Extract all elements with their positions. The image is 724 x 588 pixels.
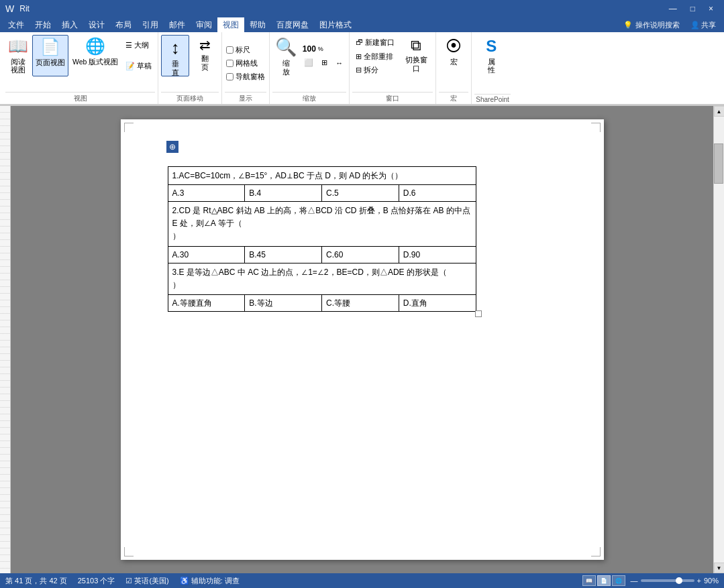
read-view-icon: 📖 [8, 37, 28, 56]
arrange-all-btn[interactable]: ⊞ 全部重排 [352, 50, 398, 63]
ribbon-group-macro: ⦿ 宏 宏 [436, 32, 472, 104]
menu-bar: 文件 开始 插入 设计 布局 引用 邮件 审阅 视图 帮助 百度网盘 图片格式 … [0, 17, 724, 32]
status-bar: 第 41 页，共 42 页 25103 个字 ☑ 英语(美国) ♿ 辅助功能: … [0, 573, 724, 588]
table-move-handle[interactable]: ⊕ [166, 141, 178, 153]
zoom-btn[interactable]: 🔍 缩放 [272, 35, 299, 76]
one-page-btn[interactable]: ⬜ [301, 56, 317, 69]
read-view-btn[interactable]: 📖 阅读视图 [5, 35, 31, 76]
menu-design[interactable]: 设计 [83, 17, 110, 32]
option-2c: C.60 [322, 246, 399, 263]
web-layout-status-btn[interactable]: 🌐 [612, 575, 625, 586]
outline-icon: ☰ [125, 41, 132, 50]
option-1b: B.4 [245, 185, 322, 202]
share-btn[interactable]: 👤 共享 [685, 20, 721, 30]
check-icon: ☑ [125, 577, 132, 585]
title-bar: W Rit — □ × [0, 0, 724, 17]
vertical-icon: ↕ [171, 38, 180, 58]
split-btn[interactable]: ⊟ 拆分 [352, 64, 398, 76]
search-box[interactable]: 💡 操作说明搜索 [618, 20, 685, 30]
zoom-track[interactable] [641, 579, 694, 582]
menu-file[interactable]: 文件 [3, 17, 30, 32]
maximize-btn[interactable]: □ [685, 4, 701, 13]
table-resize-handle[interactable] [475, 310, 482, 317]
question-2: 2.CD 是 Rt△ABC 斜边 AB 上的高，将△BCD 沿 CD 折叠，B … [168, 202, 476, 247]
menu-mailings[interactable]: 邮件 [164, 17, 191, 32]
ribbon-group-page-move: ↕ 垂直 ⇄ 翻页 页面移动 [158, 32, 222, 104]
word-count: 25103 个字 [78, 576, 115, 586]
page-corner-tr [591, 123, 601, 132]
scroll-track[interactable] [714, 117, 724, 563]
menu-review[interactable]: 审阅 [191, 17, 217, 32]
page-width-icon: ↔ [335, 59, 343, 67]
switch-window-btn[interactable]: ⧉ 切换窗口 [399, 35, 433, 76]
menu-home[interactable]: 开始 [30, 17, 56, 32]
scroll-thumb[interactable] [714, 143, 723, 184]
macro-label: 宏 [439, 92, 468, 104]
menu-insert[interactable]: 插入 [56, 17, 83, 32]
web-view-btn[interactable]: 🌐 Web 版式视图 [70, 35, 121, 76]
nav-checkbox[interactable]: 导航窗格 [225, 71, 266, 83]
scroll-up-btn[interactable]: ▲ [714, 106, 725, 117]
sharepoint-label: SharePoint [474, 94, 510, 104]
share-icon: 👤 [690, 21, 700, 30]
menu-help[interactable]: 帮助 [244, 17, 271, 32]
zoom-minus-btn[interactable]: — [631, 577, 638, 585]
zoom-level: 90% [704, 577, 719, 585]
zoom-plus-btn[interactable]: + [697, 577, 701, 585]
grid-check-input[interactable] [226, 60, 234, 67]
macro-btn[interactable]: ⦿ 宏 [439, 35, 468, 76]
new-window-btn[interactable]: 🗗 新建窗口 [352, 36, 398, 49]
close-btn[interactable]: × [703, 4, 719, 13]
option-2b: B.45 [245, 246, 322, 263]
menu-baidu[interactable]: 百度网盘 [271, 17, 314, 32]
scroll-down-btn[interactable]: ▼ [714, 563, 725, 573]
macro-icon: ⦿ [446, 37, 462, 56]
ribbon-group-display: 标尺 网格线 导航窗格 显示 [222, 32, 270, 104]
menu-picture-format[interactable]: 图片格式 [314, 17, 357, 32]
table-row: A.3 B.4 C.5 D.6 [168, 185, 476, 202]
ruler-check-input[interactable] [226, 46, 234, 54]
minimize-btn[interactable]: — [664, 4, 682, 13]
draft-icon: 📝 [125, 62, 135, 70]
page-width-btn[interactable]: ↔ [332, 56, 346, 69]
table-row: 1.AC=BC=10cm，∠B=15°，AD⊥BC 于点 D，则 AD 的长为（… [168, 167, 476, 185]
multi-page-btn[interactable]: ⊞ [318, 56, 331, 69]
outline-btn[interactable]: ☰ 大纲 [122, 39, 155, 52]
split-icon: ⊟ [356, 66, 362, 74]
display-label: 显示 [225, 92, 266, 104]
flip-page-btn[interactable]: ⇄ 翻页 [191, 35, 219, 76]
menu-references[interactable]: 引用 [137, 17, 164, 32]
ruler-checkbox[interactable]: 标尺 [225, 44, 252, 56]
menu-view[interactable]: 视图 [217, 17, 244, 32]
arrange-all-icon: ⊞ [356, 52, 362, 61]
option-3d: D.直角 [399, 294, 476, 311]
view-mode-btns: 📖 📄 🌐 [582, 575, 625, 586]
draft-btn[interactable]: 📝 草稿 [122, 60, 155, 72]
zoom-area: — + 90% [631, 577, 719, 585]
window-controls: — □ × [664, 4, 719, 13]
nav-check-input[interactable] [226, 73, 234, 80]
option-2a: A.30 [168, 246, 245, 263]
page-view-btn[interactable]: 📄 页面视图 [32, 35, 68, 76]
print-layout-status-btn[interactable]: 📄 [597, 575, 611, 586]
document-area[interactable]: ⊕ 1.AC=BC=10cm，∠B=15°，AD⊥BC 于点 D，则 AD 的长… [11, 106, 713, 573]
zoom-100-btn[interactable]: 100 % [301, 42, 325, 55]
table-row: 2.CD 是 Rt△ABC 斜边 AB 上的高，将△BCD 沿 CD 折叠，B … [168, 202, 476, 247]
page-info: 第 41 页，共 42 页 [5, 576, 67, 586]
read-mode-status-btn[interactable]: 📖 [582, 575, 596, 586]
table-row: A.30 B.45 C.60 D.90 [168, 246, 476, 263]
new-window-icon: 🗗 [356, 38, 363, 46]
grid-checkbox[interactable]: 网格线 [225, 58, 259, 70]
table-row: A.等腰直角 B.等边 C.等腰 D.直角 [168, 294, 476, 311]
view-group-label: 视图 [5, 92, 155, 104]
option-3a: A.等腰直角 [168, 294, 245, 311]
sharepoint-btn[interactable]: S 属性 [474, 35, 508, 76]
vertical-btn[interactable]: ↕ 垂直 [161, 35, 189, 76]
ribbon: 📖 阅读视图 📄 页面视图 🌐 Web 版式视图 ☰ 大纲 [0, 32, 724, 106]
page-corner-tl [124, 123, 134, 132]
option-2d: D.90 [399, 246, 476, 263]
zoom-thumb[interactable] [676, 577, 682, 584]
menu-layout[interactable]: 布局 [110, 17, 137, 32]
option-1a: A.3 [168, 185, 245, 202]
title-text: Rit [19, 4, 30, 13]
